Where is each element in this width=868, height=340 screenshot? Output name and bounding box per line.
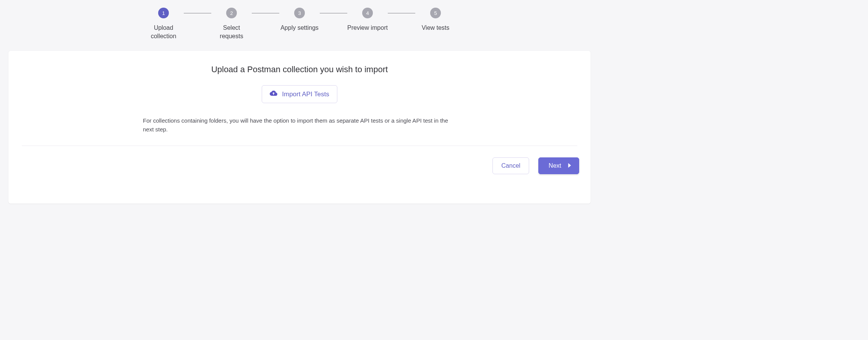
step-connector xyxy=(320,13,347,13)
wizard-card: Upload a Postman collection you wish to … xyxy=(8,51,591,204)
step-view-tests[interactable]: 5 View tests xyxy=(415,8,456,32)
step-number: 1 xyxy=(158,8,169,18)
step-label: Apply settings xyxy=(280,24,319,32)
wizard-stepper: 1 Upload collection 2 Select requests 3 … xyxy=(0,0,599,51)
step-connector xyxy=(388,13,415,13)
cloud-upload-icon xyxy=(270,90,277,98)
next-button-label: Next xyxy=(549,162,561,169)
step-number: 3 xyxy=(294,8,305,18)
step-label: Select requests xyxy=(211,24,252,40)
next-button[interactable]: Next xyxy=(538,157,579,174)
step-label: View tests xyxy=(422,24,450,32)
step-apply-settings[interactable]: 3 Apply settings xyxy=(279,8,320,32)
step-label: Preview import xyxy=(347,24,388,32)
step-connector xyxy=(184,13,211,13)
step-label: Upload collection xyxy=(143,24,184,40)
step-upload-collection[interactable]: 1 Upload collection xyxy=(143,8,184,40)
card-heading: Upload a Postman collection you wish to … xyxy=(211,65,388,74)
helper-text: For collections containing folders, you … xyxy=(143,116,456,134)
step-preview-import[interactable]: 4 Preview import xyxy=(347,8,388,32)
divider xyxy=(22,146,577,146)
import-button-label: Import API Tests xyxy=(282,91,329,98)
cancel-button[interactable]: Cancel xyxy=(492,157,529,174)
step-select-requests[interactable]: 2 Select requests xyxy=(211,8,252,40)
step-connector xyxy=(252,13,279,13)
step-number: 2 xyxy=(226,8,237,18)
step-number: 5 xyxy=(430,8,441,18)
import-api-tests-button[interactable]: Import API Tests xyxy=(262,85,337,103)
chevron-right-icon xyxy=(568,162,571,169)
step-number: 4 xyxy=(362,8,373,18)
footer-actions: Cancel Next xyxy=(492,157,579,174)
